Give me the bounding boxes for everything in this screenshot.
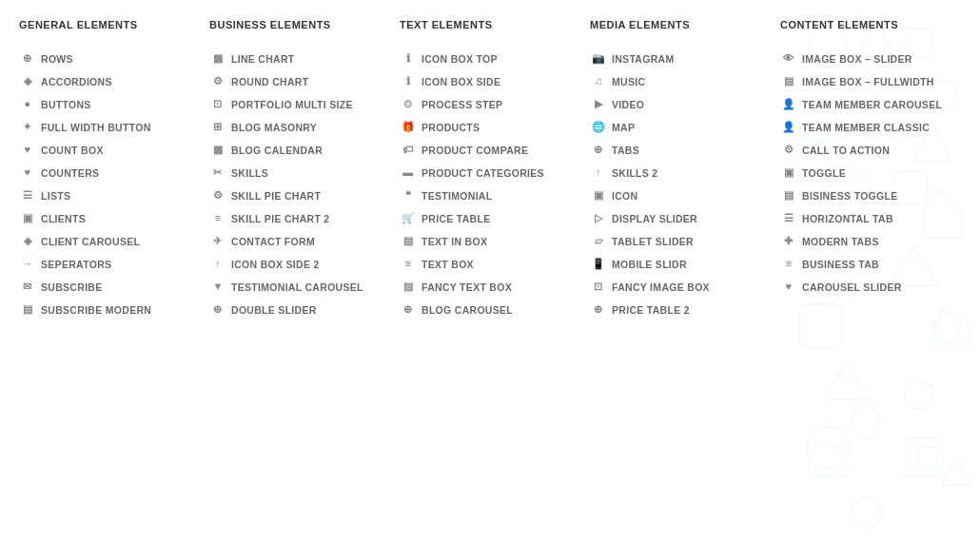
menu-icon-business-10: ▼ (211, 281, 225, 294)
menu-label-text-6: TESTIMONIAL (421, 190, 492, 203)
menu-item-business-6[interactable]: ⚙SKILL PIE CHART (209, 184, 390, 207)
menu-icon-media-3: 🌐 (592, 121, 605, 134)
menu-label-media-9: MOBILE SLIDR (612, 259, 687, 271)
menu-item-content-2[interactable]: 👤TEAM MEMBER CAROUSEL (780, 93, 961, 116)
menu-item-text-11[interactable]: ⊕BLOG CAROUSEL (400, 299, 580, 321)
menu-icon-content-6: ▤ (782, 189, 795, 203)
menu-label-general-0: ROWS (41, 53, 73, 66)
menu-icon-content-4: ⚙ (782, 144, 795, 157)
menu-item-general-7[interactable]: ▣CLIENTS (19, 207, 200, 230)
svg-rect-13 (904, 380, 932, 409)
menu-item-business-10[interactable]: ▼TESTIMONIAL CAROUSEL (209, 276, 390, 299)
menu-item-text-2[interactable]: ⊙PROCESS STEP (400, 93, 580, 116)
menu-item-text-9[interactable]: ≡TEXT BOX (400, 253, 580, 276)
menu-item-text-7[interactable]: 🛒PRICE TABLE (400, 207, 580, 230)
menu-item-text-4[interactable]: 🏷PRODUCT COMPARE (400, 139, 580, 162)
menu-label-business-5: SKILLS (231, 167, 268, 180)
menu-item-general-0[interactable]: ⊕ROWS (19, 48, 200, 70)
menu-icon-text-3: 🎁 (402, 121, 415, 134)
menu-item-business-11[interactable]: ⊕DOUBLE SLIDER (209, 299, 390, 321)
menu-label-content-4: CALL TO ACTION (802, 145, 890, 157)
menu-item-media-5[interactable]: ↑SKILLS 2 (590, 162, 771, 184)
column-media: MEDIA ELEMENTS📷INSTAGRAM♫MUSIC▶VIDEO🌐MAP… (585, 19, 775, 321)
menu-item-media-7[interactable]: ▷DISPLAY SLIDER (590, 207, 771, 230)
menu-item-content-8[interactable]: ✚MODERN TABS (780, 230, 961, 253)
column-header-text: TEXT ELEMENTS (400, 19, 580, 34)
menu-item-text-3[interactable]: 🎁PRODUCTS (400, 116, 580, 139)
menu-label-general-8: CLIENT CAROUSEL (41, 236, 140, 248)
menu-label-business-8: CONTACT FORM (231, 236, 315, 248)
menu-item-business-0[interactable]: ▦LINE CHART (209, 48, 390, 70)
menu-label-media-8: TABLET SLIDER (612, 236, 694, 248)
menu-item-content-0[interactable]: 👁IMAGE BOX – SLIDER (780, 48, 961, 70)
menu-label-content-1: IMAGE BOX – FULLWIDTH (802, 76, 934, 88)
menu-icon-business-7: ≡ (211, 212, 225, 225)
menu-item-content-10[interactable]: ♥CAROUSEL SLIDER (780, 276, 961, 299)
menu-item-general-10[interactable]: ✉SUBSCRIBE (19, 276, 200, 299)
svg-marker-18 (852, 399, 880, 437)
menu-item-business-7[interactable]: ≡SKILL PIE CHART 2 (209, 207, 390, 230)
svg-rect-15 (904, 437, 942, 475)
menu-item-business-5[interactable]: ✂SKILLS (209, 162, 390, 184)
menu-label-text-1: ICON BOX SIDE (421, 76, 500, 88)
menu-item-general-4[interactable]: ♥COUNT BOX (19, 139, 200, 162)
menu-icon-media-10: ⊡ (592, 281, 605, 294)
menu-item-media-6[interactable]: ▣ICON (590, 184, 771, 207)
menu-label-text-2: PROCESS STEP (421, 99, 502, 111)
column-business: BUSINESS ELEMENTS▦LINE CHART⚙ROUND CHART… (205, 19, 395, 321)
menu-label-general-1: ACCORDIONS (41, 76, 112, 88)
menu-item-general-9[interactable]: →SEPERATORS (19, 253, 200, 276)
menu-item-general-3[interactable]: ✦FULL WIDTH BUTTON (19, 116, 200, 139)
menu-item-business-3[interactable]: ⊞BLOG MASONRY (209, 116, 390, 139)
menu-icon-media-5: ↑ (592, 166, 605, 180)
menu-item-media-11[interactable]: ⊕PRICE TABLE 2 (590, 299, 771, 321)
menu-item-media-3[interactable]: 🌐MAP (590, 116, 771, 139)
menu-item-media-8[interactable]: ▱TABLET SLIDER (590, 230, 771, 253)
menu-item-business-4[interactable]: ▦BLOG CALENDAR (209, 139, 390, 162)
menu-item-text-10[interactable]: ▤FANCY TEXT BOX (400, 276, 580, 299)
menu-icon-business-11: ⊕ (211, 303, 225, 317)
menu-item-text-8[interactable]: ▤TEXT IN BOX (400, 230, 580, 253)
menu-item-content-5[interactable]: ▣TOGGLE (780, 162, 961, 184)
menu-item-business-8[interactable]: ✈CONTACT FORM (209, 230, 390, 253)
menu-item-media-0[interactable]: 📷INSTAGRAM (590, 48, 771, 70)
menu-item-content-7[interactable]: ☰HORIZONTAL TAB (780, 207, 961, 230)
menu-label-text-11: BLOG CAROUSEL (421, 304, 513, 317)
menu-label-business-2: PORTFOLIO MULTI SIZE (231, 99, 353, 111)
menu-label-business-11: DOUBLE SLIDER (231, 304, 317, 317)
menu-item-text-1[interactable]: ℹICON BOX SIDE (400, 70, 580, 93)
menu-item-media-9[interactable]: 📱MOBILE SLIDR (590, 253, 771, 276)
menu-item-business-9[interactable]: ↑ICON BOX SIDE 2 (209, 253, 390, 276)
menu-item-media-2[interactable]: ▶VIDEO (590, 93, 771, 116)
menu-item-media-10[interactable]: ⊡FANCY IMAGE BOX (590, 276, 771, 299)
menu-item-business-2[interactable]: ⊡PORTFOLIO MULTI SIZE (209, 93, 390, 116)
menu-item-text-0[interactable]: ℹICON BOX TOP (400, 48, 580, 70)
menu-item-business-1[interactable]: ⚙ROUND CHART (209, 70, 390, 93)
menu-icon-content-2: 👤 (782, 98, 795, 111)
menu-label-text-10: FANCY TEXT BOX (421, 281, 512, 294)
menu-item-media-1[interactable]: ♫MUSIC (590, 70, 771, 93)
menu-item-content-6[interactable]: ▤BISINESS TOGGLE (780, 184, 961, 207)
menu-icon-text-10: ▤ (402, 281, 415, 294)
menu-icon-business-8: ✈ (211, 235, 225, 248)
menu-icon-general-0: ⊕ (21, 52, 34, 66)
menu-label-general-7: CLIENTS (41, 213, 86, 225)
menu-item-content-4[interactable]: ⚙CALL TO ACTION (780, 139, 961, 162)
menu-item-general-8[interactable]: ◈CLIENT CAROUSEL (19, 230, 200, 253)
menu-item-text-6[interactable]: ❝TESTIMONIAL (400, 184, 580, 207)
menu-item-general-6[interactable]: ☰LISTS (19, 184, 200, 207)
menu-item-general-11[interactable]: ▤SUBSCRIBE MODERN (19, 299, 200, 321)
menu-item-general-1[interactable]: ◈ACCORDIONS (19, 70, 200, 93)
menu-label-text-8: TEXT IN BOX (421, 236, 487, 248)
menu-item-content-3[interactable]: 👤TEAM MEMBER CLASSIC (780, 116, 961, 139)
menu-label-business-9: ICON BOX SIDE 2 (231, 259, 320, 271)
menu-item-content-9[interactable]: ≡BUSINESS TAB (780, 253, 961, 276)
menu-item-general-5[interactable]: ♥COUNTERS (19, 162, 200, 184)
menu-item-media-4[interactable]: ⊕TABS (590, 139, 771, 162)
menu-item-text-5[interactable]: ▬PRODUCT CATEGORIES (400, 162, 580, 184)
main-container: GENERAL ELEMENTS⊕ROWS◈ACCORDIONS●BUTTONS… (0, 0, 980, 340)
column-header-content: CONTENT ELEMENTS (780, 19, 961, 34)
column-general: GENERAL ELEMENTS⊕ROWS◈ACCORDIONS●BUTTONS… (14, 19, 205, 321)
menu-item-content-1[interactable]: ▤IMAGE BOX – FULLWIDTH (780, 70, 961, 93)
menu-item-general-2[interactable]: ●BUTTONS (19, 93, 200, 116)
